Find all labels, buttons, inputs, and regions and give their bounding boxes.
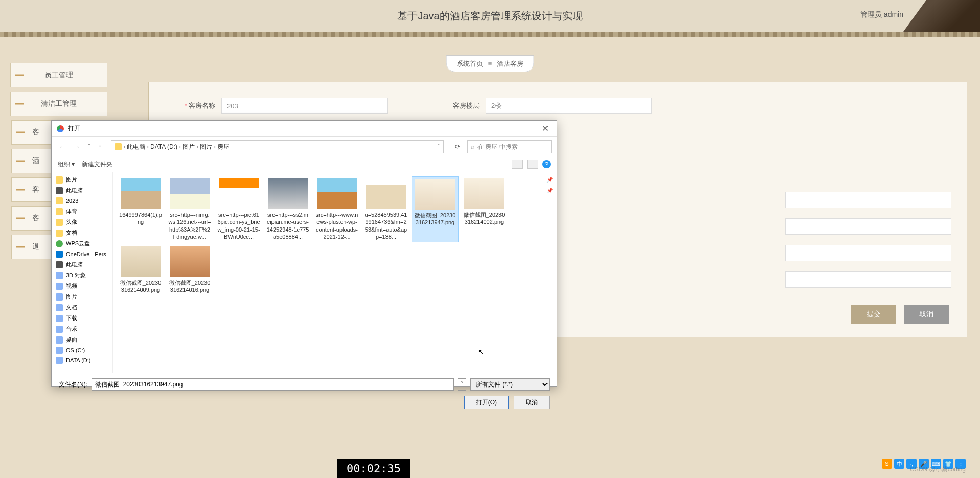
sidebar-folder-item[interactable]: OS (C:) [52, 345, 112, 355]
dialog-cancel-button[interactable]: 取消 [514, 396, 550, 409]
sidebar-folder-item[interactable]: 此电脑📌 [52, 185, 112, 196]
cancel-button[interactable]: 取消 [904, 305, 949, 324]
file-item[interactable]: 微信截图_20230316214016.png [166, 244, 213, 296]
page-title: 基于Java的酒店客房管理系统设计与实现 [397, 9, 582, 23]
file-item[interactable]: src=http---nimg.ws.126.net---url=http%3A… [166, 176, 213, 242]
sidebar-folder-item[interactable]: 音乐 [52, 324, 112, 334]
nav-forward-icon[interactable]: → [71, 142, 82, 152]
file-item[interactable]: 1649997864(1).png [117, 176, 164, 242]
help-icon[interactable]: ? [542, 160, 551, 168]
tab-current[interactable]: 酒店客房 [497, 60, 523, 67]
sidebar-folder-item[interactable]: 此电脑 [52, 259, 112, 270]
file-item[interactable]: 微信截图_20230316214002.png [461, 176, 508, 242]
room-name-label: *客房名称 [164, 101, 215, 110]
file-name-label: u=528459539,4199164736&fm=253&fmt=auto&a… [364, 211, 407, 240]
file-thumbnail [170, 178, 210, 209]
close-icon[interactable]: ✕ [539, 124, 552, 133]
filetype-select[interactable]: 所有文件 (*.*) [470, 378, 550, 391]
tab-home[interactable]: 系统首页 [457, 60, 483, 67]
path-seg-3[interactable]: 图片 [200, 143, 212, 151]
ime-button[interactable]: 中 [894, 459, 904, 469]
new-folder-button[interactable]: 新建文件夹 [82, 160, 112, 169]
preview-pane-icon[interactable] [527, 160, 538, 169]
breadcrumb-tabs: 系统首页 ≡ 酒店客房 [446, 59, 534, 69]
sidebar-item-cleaner[interactable]: 清洁工管理 [10, 92, 107, 116]
dialog-sidebar: 图片📌此电脑📌2023体育头像文档WPS云盘OneDrive - Pers此电脑… [52, 172, 113, 373]
folder-icon [56, 336, 63, 344]
path-seg-2[interactable]: 图片 [183, 143, 195, 151]
path-seg-4[interactable]: 房屋 [217, 143, 230, 151]
search-input[interactable]: ⌕ 在 房屋 中搜索 [467, 140, 552, 153]
chevron-down-icon[interactable]: ˅ [85, 142, 93, 152]
folder-icon [56, 315, 63, 322]
file-name-label: 微信截图_20230316213947.png [414, 212, 456, 226]
open-button[interactable]: 打开(O) [464, 396, 509, 409]
filename-label: 文件名(N): [59, 380, 87, 389]
filename-dropdown-icon[interactable]: ˅ [458, 378, 466, 391]
file-item[interactable]: src=http---ss2.meipian.me-users-14252948… [264, 176, 311, 242]
sidebar-folder-item[interactable]: 文档 [52, 227, 112, 238]
folder-label: 图片 [66, 176, 77, 184]
filename-input[interactable] [92, 378, 454, 391]
folder-icon [56, 293, 63, 301]
refresh-icon[interactable]: ⟳ [451, 143, 464, 150]
path-seg-0[interactable]: 此电脑 [127, 143, 145, 151]
folder-label: 图片 [66, 293, 77, 301]
sidebar-folder-item[interactable]: DATA (D:) [52, 355, 112, 366]
folder-label: 头像 [66, 218, 77, 226]
sidebar-folder-item[interactable]: WPS云盘 [52, 238, 112, 249]
folder-icon [115, 143, 122, 150]
folder-icon [56, 219, 63, 226]
file-thumbnail [415, 179, 455, 210]
nav-up-icon[interactable]: ↑ [96, 142, 104, 152]
file-thumbnail [366, 178, 406, 209]
roof-decoration [903, 0, 980, 32]
extra-input-3[interactable] [785, 218, 951, 235]
file-thumbnail [317, 178, 357, 209]
extra-input-4[interactable] [785, 245, 951, 261]
user-label: 管理员 admin [860, 10, 903, 19]
view-mode-icon[interactable] [512, 160, 523, 169]
file-item[interactable]: src=http---pic.616pic.com-ys_bnew_img-00… [215, 176, 262, 242]
sidebar-item-staff[interactable]: 员工管理 [10, 63, 107, 87]
sidebar-folder-item[interactable]: 文档 [52, 302, 112, 313]
file-thumbnail [121, 178, 161, 209]
folder-icon [56, 272, 63, 279]
ime-button[interactable]: S [882, 459, 892, 469]
chrome-icon [57, 125, 64, 132]
sidebar-folder-item[interactable]: 图片 [52, 291, 112, 302]
sidebar-folder-item[interactable]: 体育 [52, 206, 112, 217]
folder-icon [56, 230, 63, 237]
sidebar-folder-item[interactable]: 3D 对象 [52, 270, 112, 281]
file-item[interactable]: 微信截图_20230316214009.png [117, 244, 164, 296]
room-name-input[interactable] [221, 98, 388, 114]
sidebar-folder-item[interactable]: 2023 [52, 196, 112, 206]
file-name-label: 微信截图_20230316214016.png [168, 279, 211, 294]
extra-input-2[interactable] [785, 192, 951, 208]
nav-back-icon[interactable]: ← [57, 142, 68, 152]
file-item[interactable]: u=528459539,4199164736&fm=253&fmt=auto&a… [362, 176, 409, 242]
sidebar-folder-item[interactable]: 图片📌 [52, 174, 112, 185]
organize-menu[interactable]: 组织 ▾ [58, 160, 75, 169]
path-bar[interactable]: ›此电脑 ›DATA (D:) ›图片 ›图片 ›房屋 ˅ [111, 140, 444, 153]
file-item[interactable]: src=http---www.news-plus.cn-wp-content-u… [313, 176, 360, 242]
file-name-label: 1649997864(1).png [119, 211, 162, 226]
sidebar-folder-item[interactable]: 头像 [52, 217, 112, 227]
file-item[interactable]: 微信截图_20230316213947.png [412, 176, 459, 242]
field-floor: 客房楼层 [428, 98, 652, 114]
folder-label: 此电脑 [66, 187, 83, 194]
sidebar-folder-item[interactable]: 桌面 [52, 334, 112, 345]
field-room-name: *客房名称 [164, 98, 388, 114]
folder-label: WPS云盘 [66, 240, 90, 247]
cursor-icon: ↖ [478, 348, 484, 356]
floor-input[interactable] [486, 98, 652, 114]
sidebar-folder-item[interactable]: OneDrive - Pers [52, 249, 112, 259]
sidebar-folder-item[interactable]: 视频 [52, 281, 112, 291]
path-seg-1[interactable]: DATA (D:) [150, 143, 177, 150]
sidebar-folder-item[interactable]: 下载 [52, 313, 112, 324]
path-dropdown-icon[interactable]: ˅ [437, 143, 440, 150]
dialog-title: 打开 [68, 124, 80, 133]
submit-button[interactable]: 提交 [851, 305, 896, 324]
folder-label: 文档 [66, 229, 77, 237]
extra-input-5[interactable] [785, 271, 951, 288]
